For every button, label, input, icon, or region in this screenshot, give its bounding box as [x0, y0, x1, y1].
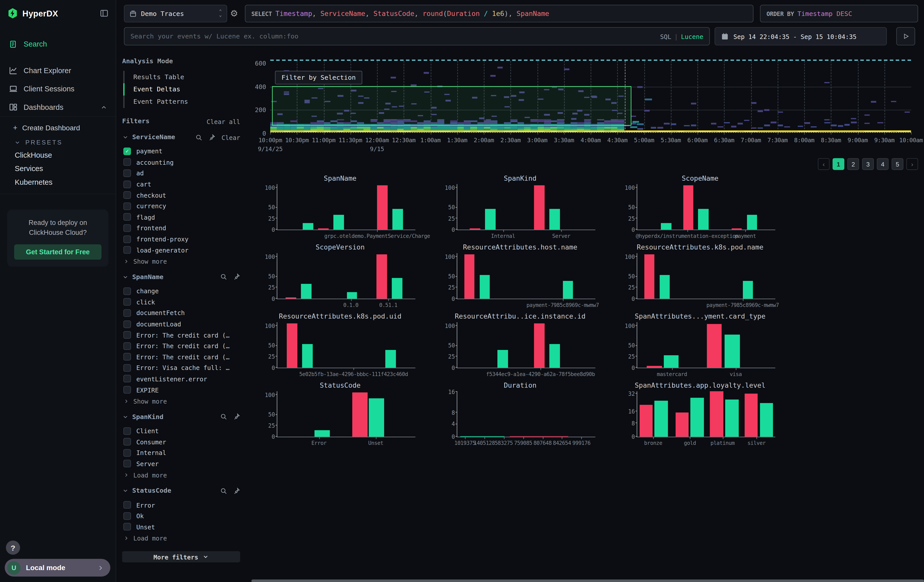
presets-toggle[interactable]: PRESETS: [0, 135, 116, 148]
filter-checkbox-item[interactable]: Unset: [122, 521, 240, 532]
filter-checkbox-item[interactable]: load-generator: [122, 244, 240, 256]
pagination-page-3[interactable]: 3: [862, 158, 874, 170]
create-dashboard-button[interactable]: + Create Dashboard: [0, 120, 116, 135]
analysis-mode-option-event-patterns[interactable]: Event Patterns: [123, 96, 240, 108]
filter-checkbox-item[interactable]: Ok: [122, 510, 240, 521]
search-icon[interactable]: [220, 274, 227, 280]
checkbox-unchecked[interactable]: [123, 158, 131, 166]
checkbox-unchecked[interactable]: [123, 298, 131, 306]
filter-checkbox-item[interactable]: Error: The credit card (…: [122, 351, 240, 362]
filter-checkbox-item[interactable]: Internal: [122, 447, 240, 458]
search-icon[interactable]: [220, 413, 227, 420]
search-icon[interactable]: [196, 134, 203, 141]
filter-checkbox-item[interactable]: Error: Visa cache full: …: [122, 362, 240, 373]
checkbox-unchecked[interactable]: [123, 427, 131, 435]
analysis-mode-option-results-table[interactable]: Results Table: [123, 71, 240, 83]
chevron-up-icon[interactable]: [100, 104, 107, 110]
horizontal-scrollbar[interactable]: [251, 579, 924, 582]
checkbox-unchecked[interactable]: [123, 523, 131, 531]
heatmap-selection[interactable]: [272, 86, 632, 126]
filter-checkbox-item[interactable]: currency: [122, 201, 240, 211]
sidebar-item-kubernetes[interactable]: Kubernetes: [0, 175, 116, 189]
pin-icon[interactable]: [208, 134, 216, 141]
pin-icon[interactable]: [233, 274, 240, 280]
checkbox-unchecked[interactable]: [123, 191, 131, 199]
analysis-mode-option-event-deltas[interactable]: Event Deltas: [123, 83, 240, 96]
checkbox-unchecked[interactable]: [123, 364, 131, 372]
filter-checkbox-item[interactable]: ✓payment: [122, 146, 240, 157]
pin-icon[interactable]: [233, 487, 240, 495]
sidebar-item-clickhouse[interactable]: ClickHouse: [0, 148, 116, 162]
show-more-button[interactable]: Show more: [122, 395, 240, 405]
clear-filter-button[interactable]: Clear: [221, 134, 240, 141]
lucene-toggle[interactable]: Lucene: [681, 33, 703, 40]
filter-by-selection-button[interactable]: Filter by Selection: [275, 71, 362, 84]
local-mode-menu[interactable]: U Local mode: [5, 559, 110, 576]
get-started-button[interactable]: Get Started for Free: [14, 244, 101, 259]
sidebar-item-search[interactable]: Search: [0, 35, 116, 53]
filter-checkbox-item[interactable]: Server: [122, 458, 240, 469]
date-range-picker[interactable]: Sep 14 22:04:35 - Sep 15 10:04:35: [714, 27, 887, 45]
filter-section-header[interactable]: ServiceNameClear: [122, 134, 240, 141]
gear-icon[interactable]: ⚙: [230, 8, 238, 19]
filter-checkbox-item[interactable]: documentFetch: [122, 307, 240, 318]
pagination-prev-button[interactable]: ‹: [818, 158, 830, 170]
pin-icon[interactable]: [233, 413, 240, 420]
checkbox-unchecked[interactable]: [123, 331, 131, 339]
filter-checkbox-item[interactable]: Client: [122, 425, 240, 436]
checkbox-unchecked[interactable]: [123, 460, 131, 468]
checkbox-unchecked[interactable]: [123, 353, 131, 361]
filter-checkbox-item[interactable]: ad: [122, 168, 240, 179]
checkbox-unchecked[interactable]: [123, 287, 131, 295]
checkbox-unchecked[interactable]: [123, 501, 131, 509]
checkbox-unchecked[interactable]: [123, 213, 131, 221]
run-query-button[interactable]: [896, 27, 915, 45]
filter-checkbox-item[interactable]: flagd: [122, 211, 240, 223]
sidebar-item-chart-explorer[interactable]: Chart Explorer: [0, 61, 116, 80]
heatmap-plot[interactable]: Filter by Selection 10:00pm10:30pm11:00p…: [270, 60, 911, 132]
more-filters-button[interactable]: More filters: [122, 551, 240, 562]
pagination-page-2[interactable]: 2: [847, 158, 859, 170]
order-by-input[interactable]: ORDER BY Timestamp DESC: [760, 5, 918, 23]
checkbox-unchecked[interactable]: [123, 309, 131, 317]
filter-checkbox-item[interactable]: Error: The credit card (…: [122, 340, 240, 351]
search-input[interactable]: [130, 32, 660, 40]
filter-section-header[interactable]: SpanName: [122, 273, 240, 281]
pagination-page-5[interactable]: 5: [892, 158, 904, 170]
checkbox-unchecked[interactable]: [123, 449, 131, 457]
checkbox-unchecked[interactable]: [123, 169, 131, 177]
filter-checkbox-item[interactable]: click: [122, 297, 240, 307]
filter-section-header[interactable]: StatusCode: [122, 487, 240, 495]
pagination-page-1[interactable]: 1: [833, 158, 845, 170]
checkbox-unchecked[interactable]: [123, 320, 131, 328]
sidebar-item-dashboards[interactable]: Dashboards: [0, 98, 116, 116]
checkbox-unchecked[interactable]: [123, 438, 131, 445]
clear-all-button[interactable]: Clear all: [206, 118, 240, 125]
filter-section-header[interactable]: SpanKind: [122, 413, 240, 420]
sql-select-input[interactable]: SELECT Timestamp, ServiceName, StatusCod…: [245, 5, 754, 23]
help-button[interactable]: ?: [6, 541, 20, 555]
source-select[interactable]: Demo Traces ⌃⌄: [124, 5, 227, 23]
checkbox-unchecked[interactable]: [123, 224, 131, 232]
filter-checkbox-item[interactable]: Error: [122, 500, 240, 510]
checkbox-unchecked[interactable]: [123, 246, 131, 254]
sql-toggle[interactable]: SQL: [660, 33, 671, 40]
pagination-page-4[interactable]: 4: [877, 158, 889, 170]
checkbox-unchecked[interactable]: [123, 386, 131, 394]
filter-checkbox-item[interactable]: Consumer: [122, 437, 240, 447]
sidebar-item-client-sessions[interactable]: Client Sessions: [0, 80, 116, 98]
checkbox-unchecked[interactable]: [123, 342, 131, 350]
sidebar-collapse-icon[interactable]: [100, 9, 109, 18]
filter-checkbox-item[interactable]: frontend: [122, 223, 240, 234]
show-more-button[interactable]: Load more: [122, 533, 240, 542]
filter-checkbox-item[interactable]: change: [122, 286, 240, 297]
show-more-button[interactable]: Load more: [122, 469, 240, 479]
filter-checkbox-item[interactable]: Error: The credit card (…: [122, 330, 240, 340]
checkbox-unchecked[interactable]: [123, 512, 131, 519]
checkbox-unchecked[interactable]: [123, 202, 131, 210]
checkbox-unchecked[interactable]: [123, 375, 131, 383]
filter-checkbox-item[interactable]: accounting: [122, 157, 240, 168]
sidebar-item-services[interactable]: Services: [0, 162, 116, 175]
filter-checkbox-item[interactable]: documentLoad: [122, 318, 240, 330]
filter-checkbox-item[interactable]: eventListener.error: [122, 373, 240, 384]
